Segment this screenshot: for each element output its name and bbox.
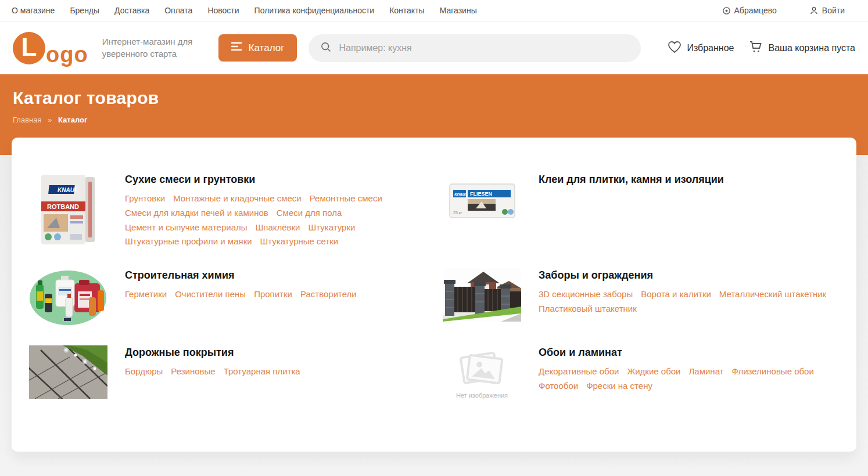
category-title[interactable]: Обои и ламинат [539, 347, 622, 359]
category-link[interactable]: Ремонтные смеси [310, 192, 382, 205]
logo-circle: L [13, 32, 45, 64]
svg-text:25 кг: 25 кг [453, 211, 462, 215]
category-image[interactable]: KNAUF ROTBAND [29, 172, 107, 249]
category-item: KNAUF ROTBAND Сухие смеси и грунтовки Гр… [29, 172, 425, 249]
svg-text:knauf: knauf [454, 192, 468, 197]
user-icon [809, 6, 819, 15]
category-link[interactable]: Тротуарная плитка [224, 365, 300, 378]
category-item: Дорожные покрытия БордюрыРезиновыеТротуа… [29, 345, 425, 399]
category-image[interactable]: knauf FLIESEN 25 кг [443, 174, 521, 227]
main-header: L ogo Интернет-магазин для уверенного ст… [0, 21, 868, 74]
category-link[interactable]: Смеси для кладки печей и каминов [125, 206, 268, 219]
topnav-link[interactable]: О магазине [12, 6, 55, 15]
catalog-card: KNAUF ROTBAND Сухие смеси и грунтовки Гр… [12, 138, 856, 452]
breadcrumb-current: Каталог [58, 116, 87, 124]
category-link[interactable]: Штукатурные профили и маяки [125, 235, 252, 248]
svg-text:KNAUF: KNAUF [58, 187, 78, 193]
svg-text:FLIESEN: FLIESEN [470, 191, 492, 197]
fence-illustration [443, 268, 521, 322]
cart-icon [749, 41, 763, 56]
category-title[interactable]: Строительная химия [125, 269, 235, 282]
topnav-links: О магазинеБрендыДоставкаОплатаНовостиПол… [12, 6, 477, 15]
category-links: 3D секционные заборыВорота и калиткиМета… [539, 287, 839, 316]
category-link[interactable]: Фотообои [539, 379, 578, 392]
category-item: Строительная химия ГерметикиОчистители п… [29, 268, 425, 326]
topnav-link[interactable]: Новости [207, 6, 239, 15]
breadcrumb-separator: » [48, 116, 52, 124]
category-link[interactable]: Ворота и калитки [641, 287, 711, 301]
favorites-label: Избранное [687, 43, 734, 53]
category-link[interactable]: Декоративные обои [539, 365, 619, 378]
category-image[interactable] [443, 268, 521, 322]
category-link[interactable]: Монтажные и кладочные смеси [173, 192, 302, 205]
category-links: ГерметикиОчистители пеныПропиткиРаствори… [125, 287, 425, 302]
cart-label: Ваша корзина пуста [768, 43, 855, 53]
category-image[interactable] [29, 268, 107, 326]
category-link[interactable]: 3D секционные заборы [539, 287, 633, 301]
category-link[interactable]: Растворители [300, 287, 357, 301]
no-image-caption: Нет изображения [456, 392, 508, 399]
category-link[interactable]: Пластиковый штакетник [539, 302, 637, 315]
logo-text: ogo [46, 46, 88, 64]
catalog-button[interactable]: Каталог [218, 34, 297, 62]
category-link[interactable]: Резиновые [171, 365, 215, 378]
topnav-link[interactable]: Оплата [164, 6, 192, 15]
menu-icon [231, 42, 243, 54]
category-links: ГрунтовкиМонтажные и кладочные смесиРемо… [125, 192, 425, 249]
category-grid: KNAUF ROTBAND Сухие смеси и грунтовки Гр… [29, 172, 839, 399]
topnav-link[interactable]: Доставка [114, 6, 149, 15]
category-link[interactable]: Штукатурные сетки [260, 235, 339, 248]
login-button[interactable]: Войти [809, 6, 845, 15]
top-utility-bar: О магазинеБрендыДоставкаОплатаНовостиПол… [0, 0, 868, 21]
category-link[interactable]: Штукатурки [309, 221, 356, 234]
category-link[interactable]: Фрески на стену [586, 379, 652, 392]
login-label: Войти [822, 6, 845, 15]
category-link[interactable]: Цемент и сыпучие материалы [125, 221, 248, 234]
category-link[interactable]: Шпаклёвки [256, 221, 300, 234]
category-link[interactable]: Флизелиновые обои [732, 365, 814, 378]
site-tagline: Интернет-магазин для уверенного старта [102, 36, 201, 60]
chemicals-illustration [29, 268, 107, 326]
category-link[interactable]: Жидкие обои [627, 365, 680, 378]
category-item: Заборы и ограждения 3D секционные заборы… [443, 268, 839, 322]
rotband-bag-illustration: KNAUF ROTBAND [34, 172, 103, 247]
category-link[interactable]: Очистители пены [175, 287, 246, 301]
category-item: Нет изображения Обои и ламинат Декоратив… [443, 345, 839, 399]
category-link[interactable]: Металлический штакетник [719, 287, 826, 301]
favorites-button[interactable]: Избранное [668, 41, 734, 56]
search-input[interactable] [339, 43, 629, 53]
topnav-link[interactable]: Бренды [70, 6, 99, 15]
fliesen-bag-illustration: knauf FLIESEN 25 кг [448, 174, 517, 227]
category-link[interactable]: Смеси для пола [277, 206, 342, 219]
no-image-placeholder-icon [453, 345, 511, 391]
category-item: knauf FLIESEN 25 кг Клеи для плитки, кам… [443, 172, 839, 227]
location-label: Абрамцево [734, 6, 777, 15]
breadcrumb-home[interactable]: Главная [13, 116, 41, 124]
location-selector[interactable]: Абрамцево [722, 6, 777, 15]
paving-illustration [29, 345, 107, 399]
category-link[interactable]: Пропитки [254, 287, 292, 301]
category-link[interactable]: Герметики [125, 287, 167, 301]
breadcrumb: Главная » Каталог [13, 116, 855, 124]
page-body: KNAUF ROTBAND Сухие смеси и грунтовки Гр… [0, 155, 868, 476]
category-link[interactable]: Бордюры [125, 365, 163, 378]
category-link[interactable]: Ламинат [688, 365, 723, 378]
category-link[interactable]: Грунтовки [125, 192, 165, 205]
topnav-link[interactable]: Магазины [440, 6, 477, 15]
category-image[interactable]: Нет изображения [443, 345, 521, 399]
cart-button[interactable]: Ваша корзина пуста [749, 41, 855, 56]
category-title[interactable]: Заборы и ограждения [539, 269, 653, 282]
category-title[interactable]: Дорожные покрытия [125, 347, 234, 359]
location-pin-icon [722, 6, 731, 15]
topnav-link[interactable]: Политика конфиденциальности [254, 6, 375, 15]
category-image[interactable] [29, 345, 107, 399]
svg-text:ROTBAND: ROTBAND [47, 203, 79, 210]
category-title[interactable]: Сухие смеси и грунтовки [125, 174, 255, 186]
search-bar [309, 34, 641, 62]
page-title: Каталог товаров [13, 88, 855, 108]
category-title[interactable]: Клеи для плитки, камня и изоляции [539, 174, 724, 186]
heart-icon [668, 41, 682, 56]
category-links: БордюрыРезиновыеТротуарная плитка [125, 365, 425, 379]
topnav-link[interactable]: Контакты [389, 6, 424, 15]
site-logo[interactable]: L ogo [13, 32, 88, 64]
